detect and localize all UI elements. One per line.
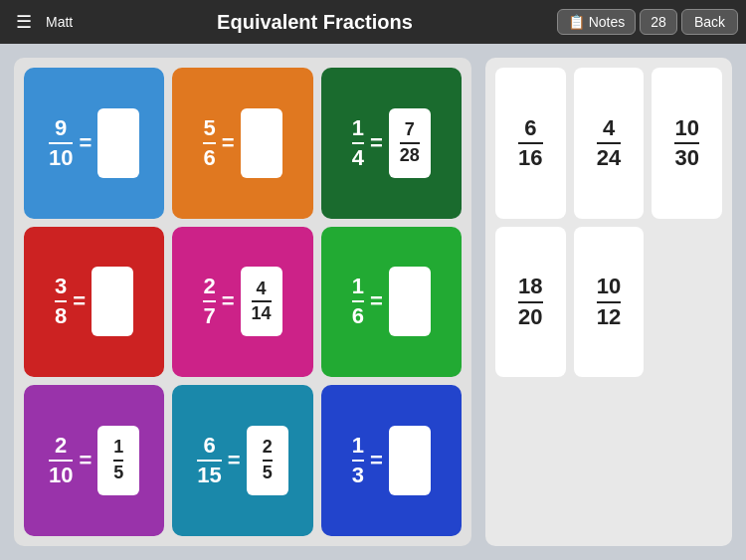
answer-box-1[interactable]	[97, 108, 139, 178]
ans-den-7: 5	[113, 464, 123, 483]
notes-button[interactable]: 📋 Notes	[557, 9, 637, 35]
denominator-9: 3	[352, 464, 364, 487]
answer-choice-4[interactable]: 18 20	[495, 227, 566, 378]
answer-box-7[interactable]: 1 5	[97, 426, 139, 495]
answer-frac-choice-5: 10 12	[597, 275, 621, 328]
user-label: Matt	[46, 14, 73, 30]
answer-choice-2[interactable]: 4 24	[574, 68, 645, 219]
fraction-left-4: 3 8	[55, 275, 67, 328]
answer-box-9[interactable]	[389, 426, 431, 495]
fraction-card-8[interactable]: 6 15 = 2 5	[172, 385, 312, 536]
answer-row-1: 6 16 4 24 10 30	[495, 68, 722, 219]
answer-frac-choice-1: 6 16	[518, 116, 542, 170]
ans-num-8: 2	[263, 438, 273, 458]
fraction-card-1[interactable]: 9 10 =	[24, 68, 164, 219]
answer-box-3[interactable]: 7 28	[389, 108, 431, 178]
denominator-2: 6	[203, 146, 215, 170]
equals-6: =	[370, 288, 383, 314]
denominator-8: 15	[197, 464, 221, 487]
fraction-cards-panel: 9 10 = 5 6 = 1 4 =	[14, 58, 471, 546]
ans-choice-den-5: 12	[597, 305, 621, 329]
answer-frac-3: 7 28	[400, 120, 420, 166]
denominator-1: 10	[49, 146, 73, 170]
content-area: 9 10 = 5 6 = 1 4 =	[0, 44, 746, 560]
denominator-5: 7	[203, 304, 215, 328]
fraction-left-9: 1 3	[352, 434, 364, 487]
ans-choice-num-3: 10	[674, 116, 698, 140]
ans-num-5: 4	[257, 280, 267, 299]
answer-box-2[interactable]	[241, 108, 282, 178]
answer-frac-7: 1 5	[113, 438, 123, 483]
notes-label: Notes	[589, 14, 626, 30]
ans-den-5: 14	[252, 304, 272, 324]
ans-num-3: 7	[405, 120, 415, 140]
answer-box-5[interactable]: 4 14	[241, 267, 282, 336]
ans-den-3: 28	[400, 146, 420, 166]
numerator-6: 1	[352, 275, 364, 298]
fraction-card-5[interactable]: 2 7 = 4 14	[172, 227, 312, 378]
ans-choice-num-2: 4	[603, 116, 615, 140]
page-title: Equivalent Fractions	[73, 11, 556, 34]
fraction-left-8: 6 15	[197, 434, 221, 487]
denominator-6: 6	[352, 304, 364, 328]
menu-button[interactable]: ☰	[8, 7, 40, 37]
answer-frac-choice-3: 10 30	[674, 116, 698, 170]
answer-choice-5[interactable]: 10 12	[574, 227, 645, 378]
ans-choice-den-3: 30	[674, 146, 698, 170]
ans-choice-num-5: 10	[597, 275, 621, 298]
equals-4: =	[73, 288, 86, 314]
answer-box-8[interactable]: 2 5	[247, 426, 288, 495]
fraction-card-2[interactable]: 5 6 =	[172, 68, 312, 219]
ans-choice-den-4: 20	[518, 305, 542, 329]
answer-box-6[interactable]	[389, 267, 431, 336]
numerator-7: 2	[55, 434, 67, 458]
equals-1: =	[79, 130, 92, 156]
numerator-9: 1	[352, 434, 364, 458]
fraction-card-4[interactable]: 3 8 =	[24, 227, 164, 378]
ans-choice-den-2: 24	[597, 146, 621, 170]
ans-choice-num-1: 6	[524, 116, 536, 140]
fraction-card-7[interactable]: 2 10 = 1 5	[24, 385, 164, 536]
fraction-left-1: 9 10	[49, 116, 73, 170]
numerator-3: 1	[352, 116, 364, 140]
answer-box-4[interactable]	[92, 267, 133, 336]
ans-num-7: 1	[113, 438, 123, 458]
header: ☰ Matt Equivalent Fractions 📋 Notes 28 B…	[0, 0, 746, 44]
answer-placeholder	[652, 227, 722, 378]
equals-7: =	[79, 448, 92, 473]
fraction-left-6: 1 6	[352, 275, 364, 328]
answer-frac-choice-4: 18 20	[518, 275, 542, 328]
ans-choice-den-1: 16	[518, 146, 542, 170]
answer-choice-3[interactable]: 10 30	[652, 68, 722, 219]
numerator-4: 3	[55, 275, 67, 298]
denominator-3: 4	[352, 146, 364, 170]
answer-row-3	[495, 385, 722, 536]
ans-den-8: 5	[263, 464, 273, 483]
equals-3: =	[370, 130, 383, 156]
back-button[interactable]: Back	[681, 9, 738, 35]
fraction-left-2: 5 6	[203, 116, 215, 170]
fraction-left-7: 2 10	[49, 434, 73, 487]
numerator-1: 9	[55, 116, 67, 140]
numerator-5: 2	[203, 275, 215, 298]
fraction-left-3: 1 4	[352, 116, 364, 170]
answer-frac-8: 2 5	[263, 438, 273, 483]
answer-frac-5: 4 14	[252, 280, 272, 325]
answer-frac-choice-2: 4 24	[597, 116, 621, 170]
fraction-left-5: 2 7	[203, 275, 215, 328]
equals-8: =	[228, 448, 241, 473]
page-number: 28	[640, 9, 677, 35]
notes-icon: 📋	[568, 14, 585, 30]
answer-choices-panel: 6 16 4 24 10 30	[485, 58, 732, 546]
equals-9: =	[370, 448, 383, 473]
answer-choice-1[interactable]: 6 16	[495, 68, 566, 219]
fraction-card-9[interactable]: 1 3 =	[321, 385, 462, 536]
ans-choice-num-4: 18	[518, 275, 542, 298]
fraction-card-6[interactable]: 1 6 =	[321, 227, 462, 378]
denominator-4: 8	[55, 304, 67, 328]
numerator-8: 6	[203, 434, 215, 458]
numerator-2: 5	[203, 116, 215, 140]
equals-2: =	[222, 130, 235, 156]
denominator-7: 10	[49, 464, 73, 487]
fraction-card-3[interactable]: 1 4 = 7 28	[321, 68, 462, 219]
